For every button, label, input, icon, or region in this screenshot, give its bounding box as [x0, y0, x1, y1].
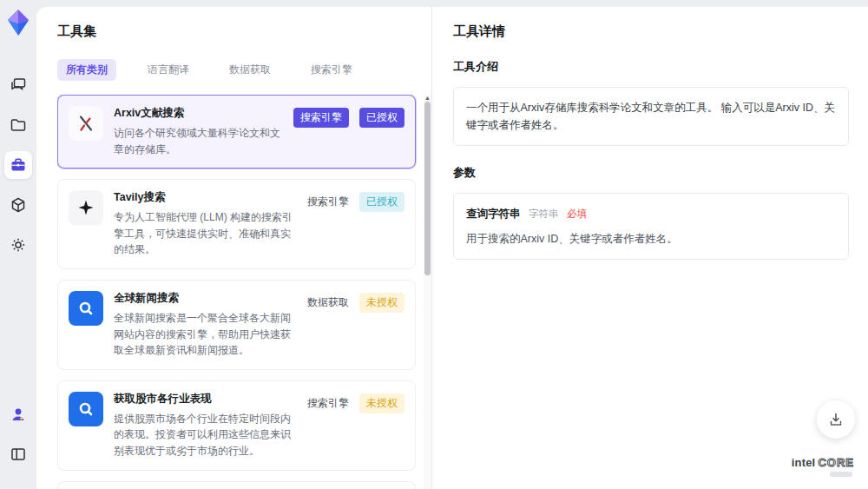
tab-all-categories[interactable]: 所有类别 [57, 59, 116, 81]
params-header: 参数 [453, 165, 849, 181]
status-badge: 已授权 [359, 192, 404, 212]
status-badge: 未授权 [359, 393, 404, 413]
chat-icon [10, 76, 27, 94]
sidebar-item-files[interactable] [4, 111, 32, 139]
tool-card-sector-performance[interactable]: 获取股市各行业表现 提供股票市场各个行业在特定时间段内的表现。投资者可以利用这些… [57, 380, 416, 471]
briefcase-icon [10, 156, 27, 174]
folder-icon [10, 116, 27, 134]
tool-description: 访问各个研究领域大量科学论文和文章的存储库。 [114, 125, 286, 157]
param-required-flag: 必填 [567, 208, 587, 219]
sidebar-item-collapse[interactable] [4, 440, 32, 468]
sidebar [0, 0, 36, 489]
tab-search-engine[interactable]: 搜索引擎 [302, 59, 361, 81]
tool-description: 全球新闻搜索是一个聚合全球各大新闻网站内容的搜索引擎，帮助用户快速获取全球最新资… [114, 310, 300, 359]
param-name: 查询字符串 [466, 208, 521, 220]
scroll-up-icon[interactable]: ▲ [424, 95, 431, 102]
scrollbar-thumb[interactable] [424, 102, 431, 275]
app-logo-icon [5, 9, 31, 36]
app-window: 工具集 所有类别 语言翻译 数据获取 搜索引擎 A [0, 0, 868, 489]
brand-intel-text: intel [792, 456, 816, 469]
intro-header: 工具介绍 [453, 59, 849, 75]
category-label: 搜索引擎 [307, 195, 349, 209]
intro-box: 一个用于从Arxiv存储库搜索科学论文和文章的工具。 输入可以是Arxiv ID… [453, 87, 849, 146]
sidebar-item-chat[interactable] [4, 71, 32, 99]
gear-icon [10, 236, 27, 254]
sidebar-item-settings[interactable] [4, 231, 32, 259]
tool-card-active-stocks[interactable]: 获取市场最活跃股票信息 提供当天交易量最高的股票列表，投资者可以利用这些信息来识… [57, 481, 416, 489]
sidebar-item-models[interactable] [4, 191, 32, 219]
tools-panel: 工具集 所有类别 语言翻译 数据获取 搜索引擎 A [36, 7, 432, 489]
param-type: 字符串 [529, 208, 559, 219]
category-label: 搜索引擎 [307, 396, 349, 411]
news-search-logo-icon [69, 291, 103, 326]
arxiv-logo-icon [69, 106, 103, 141]
sidebar-item-account[interactable] [4, 400, 32, 428]
panel-toggle-icon [10, 446, 27, 463]
tool-description: 提供股票市场各个行业在特定时间段内的表现。投资者可以利用这些信息来识别表现优于或… [114, 411, 300, 459]
cube-icon [10, 196, 27, 214]
main-content: 工具集 所有类别 语言翻译 数据获取 搜索引擎 A [36, 7, 868, 489]
param-box: 查询字符串 字符串 必填 用于搜索的Arxiv ID、关键字或者作者姓名。 [453, 193, 849, 260]
brand-sub-bar [830, 472, 852, 477]
tools-panel-title: 工具集 [57, 23, 431, 40]
tool-card-arxiv[interactable]: Arxiv文献搜索 访问各个研究领域大量科学论文和文章的存储库。 搜索引擎 已授… [57, 95, 416, 169]
tool-list: Arxiv文献搜索 访问各个研究领域大量科学论文和文章的存储库。 搜索引擎 已授… [57, 95, 431, 489]
scrollbar[interactable]: ▲ ▼ [424, 95, 431, 489]
intel-core-logo: intelCORE [792, 456, 854, 477]
category-label: 数据获取 [307, 295, 349, 310]
tool-name: 全球新闻搜索 [114, 291, 300, 306]
category-badge: 搜索引擎 [293, 108, 349, 128]
detail-title: 工具详情 [453, 23, 849, 40]
download-icon [827, 411, 845, 428]
brand-core-text: CORE [818, 456, 854, 469]
tool-name: Arxiv文献搜索 [114, 106, 286, 121]
status-badge: 未授权 [359, 293, 404, 313]
tool-name: 获取股市各行业表现 [114, 392, 300, 406]
tavily-logo-icon [69, 190, 103, 225]
download-button[interactable] [817, 400, 855, 439]
tab-data-fetch[interactable]: 数据获取 [220, 59, 279, 81]
tool-card-global-news[interactable]: 全球新闻搜索 全球新闻搜索是一个聚合全球各大新闻网站内容的搜索引擎，帮助用户快速… [57, 280, 416, 370]
tool-card-tavily[interactable]: Tavily搜索 专为人工智能代理 (LLM) 构建的搜索引擎工具，可快速提供实… [57, 179, 416, 269]
status-badge: 已授权 [359, 108, 404, 128]
param-description: 用于搜索的Arxiv ID、关键字或者作者姓名。 [466, 230, 836, 248]
tool-description: 专为人工智能代理 (LLM) 构建的搜索引擎工具，可快速提供实时、准确和真实的结… [114, 209, 300, 258]
market-search-logo-icon [69, 392, 103, 426]
category-tabs: 所有类别 语言翻译 数据获取 搜索引擎 [57, 59, 431, 81]
user-icon [10, 406, 27, 423]
tool-name: Tavily搜索 [114, 190, 300, 205]
tab-translation[interactable]: 语言翻译 [139, 59, 198, 81]
tool-detail-panel: 工具详情 工具介绍 一个用于从Arxiv存储库搜索科学论文和文章的工具。 输入可… [432, 7, 868, 489]
sidebar-item-tools[interactable] [4, 151, 32, 179]
